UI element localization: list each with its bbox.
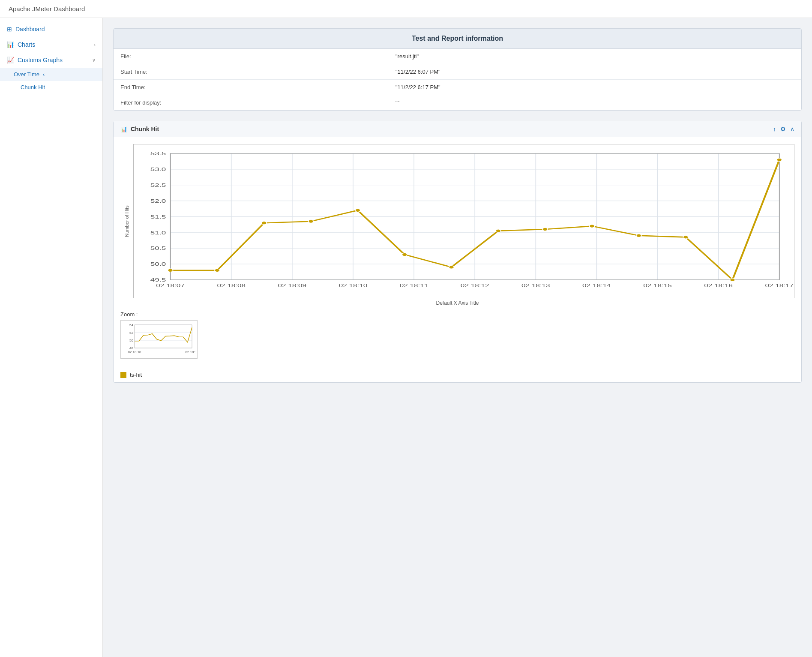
legend-label: ts-hit	[130, 372, 142, 378]
zoom-label: Zoom :	[120, 311, 794, 318]
over-time-label: Over Time	[14, 71, 39, 78]
svg-point-27	[449, 266, 454, 269]
chart-card-header: 📊 Chunk Hit ↑ ⚙ ∧	[114, 121, 801, 137]
charts-chevron-icon: ‹	[94, 42, 96, 47]
svg-text:02 18:11: 02 18:11	[400, 283, 428, 288]
svg-point-23	[261, 222, 267, 225]
svg-text:02 18:12: 02 18:12	[461, 283, 489, 288]
chart-card-icon: 📊	[120, 126, 127, 132]
zoom-chart: 48505254 02 18:1002 18:15	[123, 322, 195, 357]
info-row-value: "result.jtl"	[389, 49, 801, 64]
info-table-row: Start Time:"11/2/22 6:07 PM"	[114, 64, 801, 80]
over-time-chevron-icon: ‹	[43, 71, 45, 78]
svg-rect-59	[135, 325, 192, 348]
dashboard-icon: ⊞	[7, 26, 12, 33]
chart-card-title: Chunk Hit	[131, 126, 770, 132]
arrow-up-button[interactable]: ↑	[773, 126, 776, 132]
chunk-hit-card: 📊 Chunk Hit ↑ ⚙ ∧ Number of Hits	[113, 121, 802, 383]
svg-text:02 18:10: 02 18:10	[339, 283, 368, 288]
svg-text:02 18:09: 02 18:09	[278, 283, 307, 288]
charts-icon: 📊	[7, 41, 14, 48]
svg-text:02 18:17: 02 18:17	[765, 283, 794, 288]
svg-point-25	[355, 209, 360, 212]
sidebar-item-charts[interactable]: 📊 Charts ‹	[0, 37, 102, 52]
svg-text:51.0: 51.0	[150, 230, 166, 235]
info-row-label: File:	[114, 49, 389, 64]
svg-text:02 18:13: 02 18:13	[521, 283, 550, 288]
y-axis-label: Number of Hits	[124, 205, 129, 237]
svg-text:02 18:08: 02 18:08	[217, 283, 246, 288]
svg-text:02 18:10: 02 18:10	[128, 350, 141, 354]
chart-actions: ↑ ⚙ ∧	[773, 126, 794, 132]
info-row-label: Filter for display:	[114, 95, 389, 111]
info-table: File:"result.jtl"Start Time:"11/2/22 6:0…	[114, 49, 801, 110]
info-table-row: Filter for display:""	[114, 95, 801, 111]
customs-graphs-chevron-icon: ∨	[92, 57, 96, 63]
svg-text:54: 54	[129, 323, 133, 327]
svg-point-28	[496, 229, 501, 232]
sidebar-customs-graphs-label: Customs Graphs	[18, 57, 63, 63]
svg-text:02 18:16: 02 18:16	[704, 283, 733, 288]
svg-text:02 18:14: 02 18:14	[582, 283, 611, 288]
svg-text:48: 48	[129, 346, 133, 350]
sidebar-item-customs-graphs[interactable]: 📈 Customs Graphs ∨	[0, 52, 102, 68]
info-row-label: End Time:	[114, 80, 389, 95]
svg-text:02 18:07: 02 18:07	[156, 283, 185, 288]
svg-point-26	[402, 253, 407, 256]
svg-text:53.0: 53.0	[150, 167, 166, 172]
zoom-chart-wrapper: 48505254 02 18:1002 18:15	[120, 320, 198, 359]
svg-text:50.0: 50.0	[150, 261, 166, 267]
sidebar-item-dashboard[interactable]: ⊞ Dashboard	[0, 21, 102, 37]
svg-text:52: 52	[129, 331, 133, 335]
svg-text:52.5: 52.5	[150, 183, 166, 188]
collapse-button[interactable]: ∧	[790, 126, 794, 132]
info-row-label: Start Time:	[114, 64, 389, 80]
sidebar-dashboard-label: Dashboard	[15, 26, 45, 33]
info-table-row: File:"result.jtl"	[114, 49, 801, 64]
svg-text:02 18:15: 02 18:15	[643, 283, 672, 288]
svg-point-31	[636, 234, 641, 237]
info-row-value: "11/2/22 6:07 PM"	[389, 64, 801, 80]
svg-text:52.0: 52.0	[150, 198, 166, 204]
info-card-header: Test and Report information	[114, 29, 801, 49]
info-card-title: Test and Report information	[412, 35, 503, 42]
app-title: Apache JMeter Dashboard	[9, 5, 85, 12]
chart-body: Number of Hits 49.550.050.551.051.552.05…	[114, 137, 801, 367]
svg-text:50.5: 50.5	[150, 246, 166, 251]
svg-point-32	[683, 236, 688, 239]
info-card: Test and Report information File:"result…	[113, 28, 802, 111]
sidebar-sub-item-over-time[interactable]: Over Time ‹	[0, 68, 102, 81]
svg-point-22	[215, 269, 220, 272]
info-table-row: End Time:"11/2/22 6:17 PM"	[114, 80, 801, 95]
legend-color-box	[120, 372, 126, 378]
sidebar-sub-sub-item-chunk-hit[interactable]: Chunk Hit	[0, 81, 102, 93]
svg-text:50: 50	[129, 339, 133, 342]
svg-point-30	[589, 225, 594, 228]
svg-point-21	[168, 269, 173, 272]
svg-point-24	[309, 220, 314, 223]
sidebar-charts-label: Charts	[18, 41, 35, 48]
app-header: Apache JMeter Dashboard	[0, 0, 812, 18]
main-chart: 49.550.050.551.051.552.052.553.053.5 02 …	[133, 144, 794, 298]
svg-text:49.5: 49.5	[150, 277, 166, 283]
sidebar: ⊞ Dashboard 📊 Charts ‹ 📈 Customs Graphs …	[0, 18, 103, 657]
svg-text:51.5: 51.5	[150, 214, 166, 219]
info-row-value: "11/2/22 6:17 PM"	[389, 80, 801, 95]
svg-point-34	[777, 158, 782, 161]
customs-graphs-icon: 📈	[7, 57, 14, 63]
chunk-hit-nav-label: Chunk Hit	[21, 84, 45, 90]
x-axis-title: Default X Axis Title	[120, 300, 794, 306]
settings-button[interactable]: ⚙	[780, 126, 786, 132]
main-content: Test and Report information File:"result…	[103, 18, 812, 657]
legend-area: ts-hit	[114, 367, 801, 382]
info-row-value: ""	[389, 95, 801, 111]
svg-point-33	[730, 278, 735, 281]
svg-text:53.5: 53.5	[150, 151, 166, 156]
svg-text:02 18:15: 02 18:15	[185, 350, 195, 354]
svg-point-29	[542, 228, 548, 231]
